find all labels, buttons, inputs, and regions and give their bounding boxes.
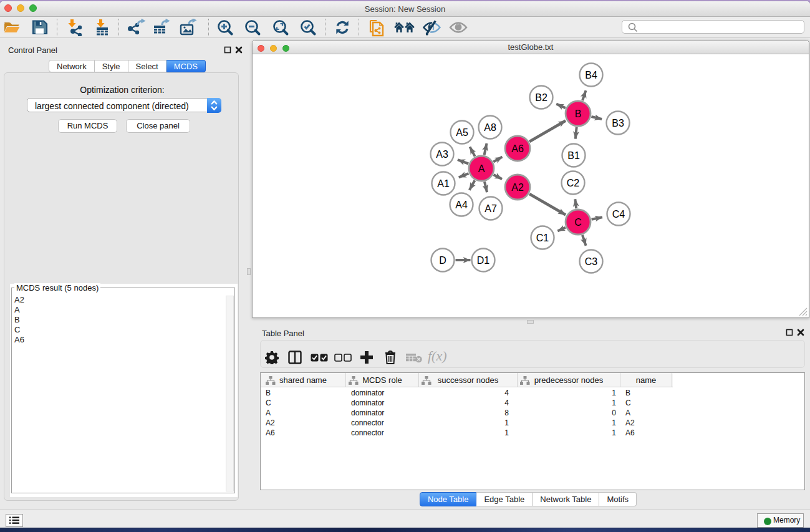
svg-text:A: A [478,163,485,174]
svg-text:B2: B2 [535,92,547,103]
svg-text:C1: C1 [536,233,549,243]
svg-text:B: B [575,109,582,119]
svg-text:A7: A7 [485,203,497,214]
svg-text:D1: D1 [477,255,490,266]
svg-text:A3: A3 [436,149,448,160]
svg-text:B4: B4 [585,70,597,80]
svg-text:C: C [574,217,582,228]
svg-text:A5: A5 [456,127,468,138]
svg-text:B3: B3 [612,118,624,128]
svg-text:C2: C2 [567,178,580,188]
svg-text:A8: A8 [484,122,496,133]
svg-text:D: D [439,255,446,266]
svg-text:C3: C3 [585,256,598,267]
svg-text:A6: A6 [511,143,524,154]
svg-text:A2: A2 [511,182,524,193]
svg-text:C4: C4 [612,209,625,220]
svg-text:B1: B1 [567,150,580,161]
svg-text:A1: A1 [437,178,450,189]
svg-text:A4: A4 [455,200,468,210]
